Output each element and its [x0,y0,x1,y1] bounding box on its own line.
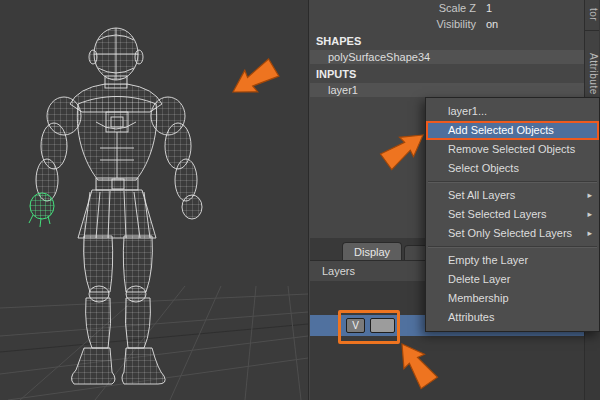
submenu-arrow-icon: ▸ [587,186,592,205]
wireframe-character [0,0,308,400]
menu-item-delete-layer[interactable]: Delete Layer [426,270,599,289]
attribute-value[interactable]: 1 [486,2,492,14]
channel-attribute-row: Visibility on [310,16,586,32]
tab-display[interactable]: Display [342,242,402,260]
menu-item-set-only-selected-layers[interactable]: Set Only Selected Layers ▸ [426,224,599,243]
menu-item-set-all-layers[interactable]: Set All Layers ▸ [426,186,599,205]
menu-item-label: Set Only Selected Layers [448,227,572,239]
layers-menu[interactable]: Layers [322,265,355,277]
input-node-item[interactable]: layer1 [310,83,586,97]
menu-item-select-objects[interactable]: Select Objects [426,159,599,178]
channel-attribute-row: Scale Z 1 [310,0,586,16]
menu-item-label: Set All Layers [448,189,515,201]
menu-item-attributes[interactable]: Attributes [426,308,599,327]
menu-item-remove-selected-objects[interactable]: Remove Selected Objects [426,140,599,159]
selected-glove-mesh [29,193,54,227]
channel-box: Scale Z 1 Visibility on SHAPES polySurfa… [310,0,586,98]
shape-node-item[interactable]: polySurfaceShape34 [310,50,586,64]
maya-window: Scale Z 1 Visibility on SHAPES polySurfa… [0,0,600,400]
attribute-value[interactable]: on [486,18,498,30]
layer-color-swatch[interactable] [370,318,395,333]
shapes-section-header: SHAPES [310,32,586,49]
menu-item-empty-the-layer[interactable]: Empty the Layer [426,251,599,270]
menu-item-set-selected-layers[interactable]: Set Selected Layers ▸ [426,205,599,224]
layer-context-menu: layer1... Add Selected Objects Remove Se… [425,97,600,332]
layer-visibility-toggle[interactable]: V [346,318,365,333]
submenu-arrow-icon: ▸ [587,224,592,243]
inputs-section-header: INPUTS [310,65,586,82]
menu-item-layer1[interactable]: layer1... [426,102,599,121]
submenu-arrow-icon: ▸ [587,205,592,224]
menu-item-membership[interactable]: Membership [426,289,599,308]
menu-separator [428,246,597,248]
attribute-name: Visibility [310,18,486,30]
character-mesh [36,28,202,384]
menu-item-add-selected-objects[interactable]: Add Selected Objects [426,121,599,140]
tab-channel-box-partial[interactable]: tor [585,0,599,31]
attribute-name: Scale Z [310,2,486,14]
menu-separator [428,181,597,183]
menu-item-label: Set Selected Layers [448,208,546,220]
perspective-viewport[interactable] [0,0,308,400]
